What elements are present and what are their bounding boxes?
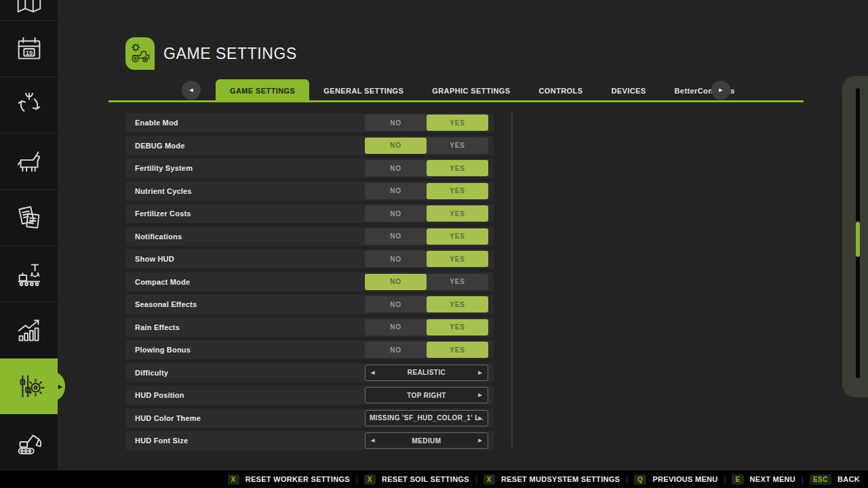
toggle-option-no[interactable]: NO [365,319,427,336]
sidebar-item-animals[interactable] [0,134,58,190]
stats-icon [14,314,45,346]
excavator-icon [14,426,45,458]
tab-controls[interactable]: CONTROLS [525,79,597,102]
setting-row: Compact ModeNOYES [126,272,494,291]
toggle-option-no[interactable]: NO [365,342,427,358]
yes-no-toggle: NOYES [365,183,488,199]
sidebar-item-contracts[interactable] [0,190,58,246]
footer-separator: | [356,475,358,483]
setting-row: Enable ModNOYES [126,113,494,132]
footer-separator: | [802,475,804,483]
setting-label: Show HUD [135,255,174,263]
caret-right-icon[interactable]: ▶ [478,392,482,398]
yes-no-toggle: NOYES [365,251,488,267]
production-icon [14,258,45,289]
toggle-option-yes[interactable]: YES [427,251,488,267]
caret-left-icon[interactable]: ◀ [371,438,375,443]
footer-action-next-menu[interactable]: ENEXT MENU [732,474,795,485]
tab-game-settings[interactable]: GAME SETTINGS [216,79,309,102]
sidebar-item-settings[interactable]: ▶ [0,359,58,414]
sidebar-nav: 15▶ [0,0,58,470]
toggle-option-yes[interactable]: YES [427,342,488,358]
option-selector[interactable]: ◀MEDIUM▶ [365,432,488,449]
toggle-option-yes[interactable]: YES [427,205,488,222]
keybind-badge: E [732,474,743,485]
footer-action-label: RESET SOIL SETTINGS [382,475,469,483]
option-selector[interactable]: TOP RIGHT▶ [365,387,488,403]
yes-no-toggle: NOYES [365,296,488,312]
footer-action-reset-mudsystem-settings[interactable]: XRESET MUDSYSTEM SETTINGS [484,474,620,485]
toggle-option-yes[interactable]: YES [427,138,488,154]
setting-row: HUD Font Size◀MEDIUM▶ [126,431,494,450]
option-selector[interactable]: ◀REALISTIC▶ [365,365,488,381]
toggle-option-yes[interactable]: YES [427,319,488,336]
sidebar-item-crop-rotation[interactable] [0,77,58,134]
toggle-option-yes[interactable]: YES [427,228,488,245]
page-scrollbar-thumb[interactable] [856,222,860,257]
tab-devices[interactable]: DEVICES [597,79,660,102]
setting-label: Fertilizer Costs [135,209,191,218]
settings-list: Enable ModNOYESDEBUG ModeNOYESFertility … [126,113,494,454]
setting-label: HUD Font Size [135,436,188,445]
caret-left-icon[interactable]: ◀ [371,370,375,375]
active-marker-icon: ▶ [58,384,62,390]
sidebar-item-calendar[interactable]: 15 [0,21,58,77]
caret-right-icon[interactable]: ▶ [478,370,482,375]
tabs-scroll-next-button[interactable]: ▶ [711,81,730,100]
chevron-left-icon: ◀ [189,87,193,93]
yes-no-toggle: NOYES [365,319,488,336]
tab-underline [108,100,804,102]
keybind-badge: X [228,474,239,485]
footer-action-reset-worker-settings[interactable]: XRESET WORKER SETTINGS [228,474,350,485]
toggle-option-yes[interactable]: YES [427,115,488,131]
toggle-option-no[interactable]: NO [365,205,427,222]
toggle-option-yes[interactable]: YES [427,296,488,312]
map-icon [14,0,45,17]
footer-action-previous-menu[interactable]: QPREVIOUS MENU [634,474,717,485]
caret-right-icon[interactable]: ▶ [478,438,482,443]
toggle-option-no[interactable]: NO [365,296,427,312]
footer-action-label: PREVIOUS MENU [652,475,717,483]
setting-row: Difficulty◀REALISTIC▶ [126,363,494,382]
footer-action-reset-soil-settings[interactable]: XRESET SOIL SETTINGS [364,474,469,485]
toggle-option-no[interactable]: NO [365,274,427,290]
toggle-option-yes[interactable]: YES [427,274,488,290]
toggle-option-yes[interactable]: YES [427,160,488,176]
setting-label: Notifications [135,232,182,241]
footer-action-back[interactable]: ESCBACK [810,474,860,485]
caret-right-icon[interactable]: ▶ [478,415,482,421]
toggle-option-no[interactable]: NO [365,160,427,176]
setting-label: Nutrient Cycles [135,187,192,195]
toggle-option-no[interactable]: NO [365,251,427,267]
setting-row: DEBUG ModeNOYES [126,136,494,155]
sidebar-item-map[interactable] [0,0,58,21]
settings-list-scroll-track [511,110,513,447]
sidebar-item-production[interactable] [0,246,58,302]
setting-row: Fertilizer CostsNOYES [126,204,494,223]
chevron-right-icon: ▶ [719,87,722,93]
yes-no-toggle: NOYES [365,342,488,358]
selected-value: MISSING 'SF_HUD_COLOR_1' L.. [370,414,484,422]
toggle-option-no[interactable]: NO [365,115,427,131]
page-title: GAME SETTINGS [163,45,297,63]
option-selector[interactable]: MISSING 'SF_HUD_COLOR_1' L..▶ [365,410,488,426]
toggle-option-no[interactable]: NO [365,183,427,199]
footer-action-label: RESET MUDSYSTEM SETTINGS [501,475,620,483]
footer-separator: | [724,475,726,483]
toggle-option-yes[interactable]: YES [427,183,488,199]
sidebar-item-construction[interactable] [0,414,58,470]
setting-row: Seasonal EffectsNOYES [126,295,494,314]
setting-label: Fertility System [135,164,193,172]
tab-graphic-settings[interactable]: GRAPHIC SETTINGS [418,79,524,102]
sidebar-item-statistics[interactable] [0,302,58,359]
toggle-option-no[interactable]: NO [365,138,427,154]
tab-general-settings[interactable]: GENERAL SETTINGS [309,79,418,102]
tab-bettercontracts[interactable]: BetterContracts [660,79,749,102]
setting-row: HUD Color ThemeMISSING 'SF_HUD_COLOR_1' … [126,409,494,428]
tabs-scroll-prev-button[interactable]: ◀ [182,81,201,100]
setting-label: Difficulty [135,369,168,377]
selected-value: REALISTIC [408,369,446,376]
toggle-option-no[interactable]: NO [365,228,427,245]
tab-bar: GAME SETTINGSGENERAL SETTINGSGRAPHIC SET… [216,79,749,102]
svg-text:15: 15 [25,49,33,56]
